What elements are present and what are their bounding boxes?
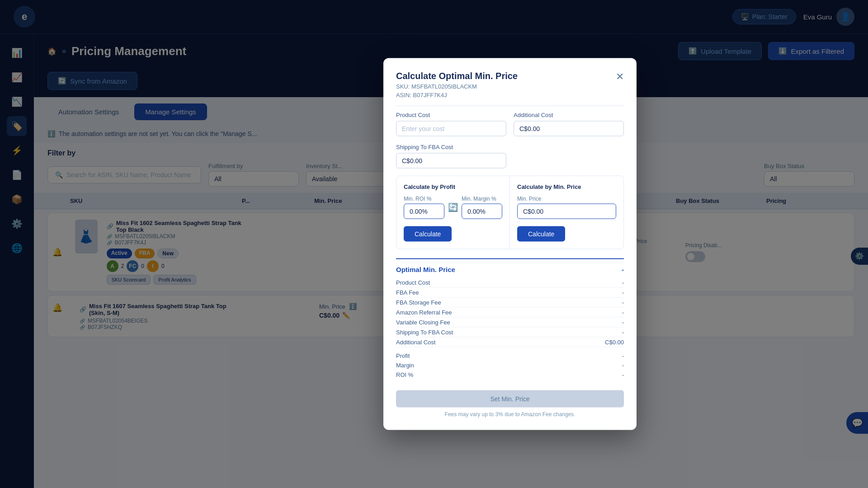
breakdown-list: Product Cost-FBA Fee-FBA Storage Fee-Ama… bbox=[396, 278, 624, 347]
additional-cost-label: Additional Cost bbox=[514, 112, 624, 118]
modal-header: Calculate Optimal Min. Price SKU: MSFBAT… bbox=[396, 71, 624, 99]
profit-row: Profit- bbox=[396, 351, 624, 361]
profit-row: ROI %- bbox=[396, 370, 624, 380]
breakdown-row: Product Cost- bbox=[396, 278, 624, 288]
modal-title-area: Calculate Optimal Min. Price SKU: MSFBAT… bbox=[396, 71, 518, 99]
calc-price-title: Calculate by Min. Price bbox=[517, 183, 616, 190]
set-min-price-button[interactable]: Set Min. Price bbox=[396, 390, 624, 408]
modal-title: Calculate Optimal Min. Price bbox=[396, 71, 518, 81]
profit-section: Profit-Margin-ROI %- bbox=[396, 351, 624, 380]
product-cost-label: Product Cost bbox=[396, 112, 506, 118]
modal-sku: SKU: MSFBATL0205IBLACKM bbox=[396, 83, 518, 90]
optimal-title: Optimal Min. Price bbox=[396, 266, 455, 273]
calc-profit-title: Calculate by Profit bbox=[404, 183, 502, 190]
min-price-field-label: Min. Price bbox=[517, 196, 616, 202]
breakdown-row: FBA Fee- bbox=[396, 288, 624, 298]
modal-note: Fees may vary up to 3% due to Amazon Fee… bbox=[396, 411, 624, 418]
shipping-input[interactable] bbox=[396, 153, 506, 169]
modal-asin: ASIN: B07JFF7K4J bbox=[396, 92, 518, 99]
modal-calculate: Calculate Optimal Min. Price SKU: MSFBAT… bbox=[383, 58, 637, 430]
modal-close-button[interactable]: ✕ bbox=[616, 71, 624, 83]
min-price-input[interactable] bbox=[517, 204, 616, 219]
optimal-title-row: Optimal Min. Price - bbox=[396, 266, 624, 273]
breakdown-row: Variable Closing Fee- bbox=[396, 318, 624, 328]
additional-cost-input[interactable] bbox=[514, 121, 624, 136]
optimal-section: Optimal Min. Price - Product Cost-FBA Fe… bbox=[396, 258, 624, 380]
product-cost-field: Product Cost bbox=[396, 112, 506, 136]
calc-sections: Calculate by Profit Min. ROI % 🔄 Min. Ma… bbox=[396, 176, 624, 249]
profit-row: Margin- bbox=[396, 361, 624, 370]
roi-row: Min. ROI % 🔄 Min. Margin % bbox=[404, 196, 502, 219]
optimal-value: - bbox=[622, 266, 624, 273]
min-margin-input[interactable] bbox=[462, 204, 502, 219]
product-cost-input[interactable] bbox=[396, 121, 506, 136]
shipping-fba-field: Shipping To FBA Cost bbox=[396, 144, 506, 169]
calculate-profit-button[interactable]: Calculate bbox=[404, 226, 452, 242]
breakdown-row: Additional CostC$0.00 bbox=[396, 338, 624, 347]
calculate-minprice-button[interactable]: Calculate bbox=[517, 226, 565, 242]
calc-profit-section: Calculate by Profit Min. ROI % 🔄 Min. Ma… bbox=[396, 176, 510, 249]
modal-divider bbox=[396, 106, 624, 106]
modal-fields: Product Cost Additional Cost Shipping To… bbox=[396, 112, 624, 169]
breakdown-row: Shipping To FBA Cost- bbox=[396, 328, 624, 338]
refresh-icon[interactable]: 🔄 bbox=[448, 202, 458, 212]
breakdown-row: Amazon Referral Fee- bbox=[396, 308, 624, 318]
calc-minprice-section: Calculate by Min. Price Min. Price Calcu… bbox=[510, 176, 623, 249]
shipping-label: Shipping To FBA Cost bbox=[396, 144, 506, 150]
min-price-field: Min. Price bbox=[517, 196, 616, 219]
min-roi-label: Min. ROI % bbox=[404, 196, 444, 202]
additional-cost-field: Additional Cost bbox=[514, 112, 624, 136]
min-roi-input[interactable] bbox=[404, 204, 444, 219]
min-margin-label: Min. Margin % bbox=[462, 196, 502, 202]
breakdown-row: FBA Storage Fee- bbox=[396, 298, 624, 308]
